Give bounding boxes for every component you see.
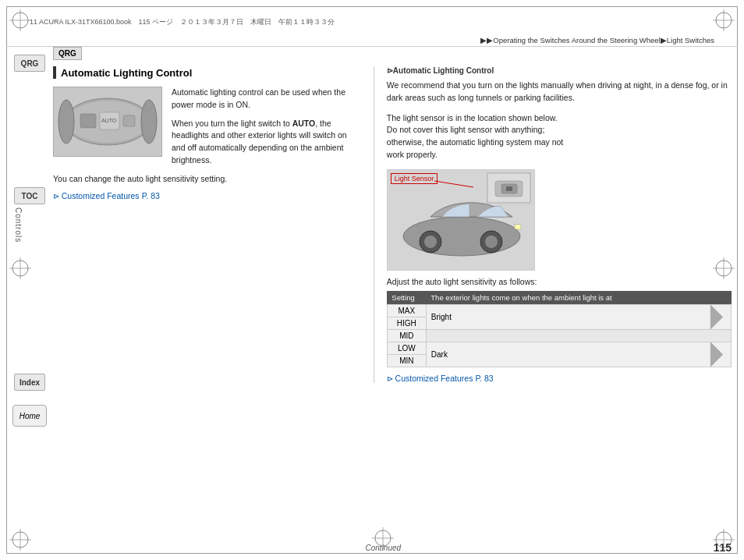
sensitivity-text: Adjust the auto light sensitivity as fol… bbox=[387, 277, 732, 286]
triangle-bright-icon bbox=[709, 305, 725, 329]
triangle-dark-icon bbox=[709, 342, 725, 367]
sensor-image: Light Sensor bbox=[387, 169, 535, 271]
table-header-setting: Setting bbox=[387, 291, 426, 305]
svg-rect-23 bbox=[123, 115, 135, 126]
sidebar-home-area: Home bbox=[12, 405, 47, 427]
qrg-button[interactable]: QRG bbox=[14, 55, 45, 72]
left-sidebar: QRG TOC Controls Index Home bbox=[6, 47, 53, 554]
setting-max: MAX bbox=[387, 304, 426, 317]
sidebar-index-area: Index bbox=[14, 374, 45, 391]
svg-rect-33 bbox=[515, 225, 521, 229]
note-para2: The light sensor is in the location show… bbox=[387, 112, 732, 161]
left-customized-link-container: ⊳ Customized Features P. 83 bbox=[53, 191, 358, 200]
breadcrumb: ▶▶Operating the Switches Around the Stee… bbox=[480, 36, 714, 44]
svg-point-25 bbox=[141, 100, 157, 144]
home-button[interactable]: Home bbox=[12, 405, 47, 427]
right-customized-link[interactable]: Customized Features bbox=[395, 374, 473, 383]
setting-min: MIN bbox=[387, 354, 426, 367]
sensor-arrow-svg bbox=[388, 170, 534, 270]
table-row-mid: MID bbox=[387, 329, 731, 342]
svg-point-30 bbox=[424, 236, 437, 248]
svg-marker-38 bbox=[710, 305, 723, 329]
link-arrow-icon: ⊳ bbox=[53, 192, 62, 200]
title-bar-decoration bbox=[53, 66, 56, 79]
svg-rect-20 bbox=[80, 114, 96, 128]
mid-cell bbox=[426, 329, 731, 342]
sidebar-toc-area: TOC Controls bbox=[14, 94, 45, 243]
svg-marker-39 bbox=[710, 342, 723, 367]
table-row-max: MAX Bright bbox=[387, 304, 731, 317]
note-title: ⊳Automatic Lighting Control bbox=[387, 66, 732, 75]
dark-cell: Dark bbox=[426, 342, 731, 367]
top-bar: 11 ACURA ILX-31TX66100.book 115 ページ ２０１３… bbox=[6, 6, 738, 47]
left-customized-link[interactable]: Customized Features bbox=[62, 191, 140, 200]
svg-text:AUTO: AUTO bbox=[101, 118, 117, 123]
toc-button[interactable]: TOC bbox=[14, 187, 45, 204]
controls-label: Controls bbox=[14, 207, 23, 243]
home-label: Home bbox=[19, 412, 41, 420]
bright-cell: Bright bbox=[426, 304, 731, 329]
auto-bold: AUTO bbox=[292, 119, 316, 128]
section-title: Automatic Lighting Control bbox=[53, 66, 358, 79]
setting-mid: MID bbox=[387, 329, 426, 342]
right-customized-link-container: ⊳ Customized Features P. 83 bbox=[387, 374, 732, 383]
switch-svg: AUTO bbox=[57, 90, 158, 153]
svg-line-26 bbox=[434, 181, 473, 187]
setting-high: HIGH bbox=[387, 317, 426, 329]
dark-label: Dark bbox=[431, 350, 448, 359]
main-content: QRG Automatic Lighting Control bbox=[53, 47, 732, 529]
settings-table: Setting The exterior lights come on when… bbox=[387, 291, 732, 367]
content-with-image: AUTO Automatic lighting control can be u… bbox=[53, 87, 358, 173]
right-link-arrow-icon: ⊳ bbox=[387, 374, 395, 383]
left-customized-page: P. 83 bbox=[142, 191, 160, 200]
table-row-low: LOW Dark bbox=[387, 342, 731, 354]
bright-label: Bright bbox=[431, 313, 452, 321]
table-header-condition: The exterior lights come on when the amb… bbox=[426, 291, 731, 305]
svg-rect-37 bbox=[506, 186, 512, 191]
svg-point-32 bbox=[485, 236, 498, 248]
qrg-badge: QRG bbox=[53, 47, 82, 60]
right-customized-page: P. 83 bbox=[475, 374, 493, 383]
page-number: 115 bbox=[714, 541, 732, 554]
corner-decoration-bottom-center bbox=[372, 527, 394, 551]
index-button[interactable]: Index bbox=[14, 374, 45, 391]
right-column: ⊳Automatic Lighting Control We recommend… bbox=[374, 66, 732, 383]
left-column: Automatic Lighting Control AUTO bbox=[53, 66, 358, 383]
para3: You can change the auto light sensitivit… bbox=[53, 173, 358, 186]
section-title-text: Automatic Lighting Control bbox=[61, 67, 192, 79]
setting-low: LOW bbox=[387, 342, 426, 354]
print-info: 11 ACURA ILX-31TX66100.book 115 ページ ２０１３… bbox=[30, 17, 335, 27]
switch-image: AUTO bbox=[53, 87, 162, 157]
svg-point-24 bbox=[58, 100, 74, 144]
content-columns: Automatic Lighting Control AUTO bbox=[53, 66, 732, 383]
para2-prefix: When you turn the light switch to bbox=[172, 119, 292, 128]
note-para1: We recommend that you turn on the lights… bbox=[387, 80, 732, 105]
